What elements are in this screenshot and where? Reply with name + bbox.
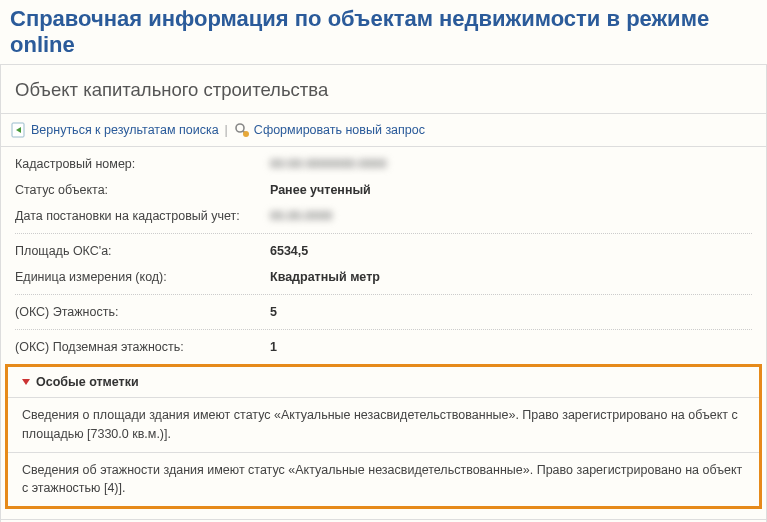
toolbar-top: Вернуться к результатам поиска | Сформир… xyxy=(1,114,766,147)
value-status: Ранее учтенный xyxy=(270,183,371,197)
new-query-label: Сформировать новый запрос xyxy=(254,123,425,137)
label-area: Площадь ОКС'а: xyxy=(15,244,270,258)
divider xyxy=(15,233,752,234)
label-regdate: Дата постановки на кадастровый учет: xyxy=(15,209,270,223)
svg-point-1 xyxy=(236,124,244,132)
page-title: Справочная информация по объектам недвиж… xyxy=(0,0,767,65)
label-floors: (ОКС) Этажность: xyxy=(15,305,270,319)
new-query-link[interactable]: Сформировать новый запрос xyxy=(234,122,425,138)
row-area: Площадь ОКС'а: 6534,5 xyxy=(1,238,766,264)
search-gear-icon xyxy=(234,122,250,138)
back-arrow-icon xyxy=(11,122,27,138)
object-subtitle: Объект капитального строительства xyxy=(1,65,766,114)
toolbar-separator: | xyxy=(223,123,230,137)
row-underground: (ОКС) Подземная этажность: 1 xyxy=(1,334,766,360)
value-floors: 5 xyxy=(270,305,277,319)
row-unit: Единица измерения (код): Квадратный метр xyxy=(1,264,766,290)
row-status: Статус объекта: Ранее учтенный xyxy=(1,177,766,203)
value-underground: 1 xyxy=(270,340,277,354)
row-cadastral: Кадастровый номер: 00:00:0000000:0000 xyxy=(1,151,766,177)
value-unit: Квадратный метр xyxy=(270,270,380,284)
divider xyxy=(15,294,752,295)
caret-down-icon xyxy=(22,379,30,385)
label-cadastral: Кадастровый номер: xyxy=(15,157,270,171)
special-remarks-box: Особые отметки Сведения о площади здания… xyxy=(5,364,762,509)
row-regdate: Дата постановки на кадастровый учет: 00.… xyxy=(1,203,766,229)
remark-item: Сведения об этажности здания имеют стату… xyxy=(8,452,759,507)
label-underground: (ОКС) Подземная этажность: xyxy=(15,340,270,354)
back-label: Вернуться к результатам поиска xyxy=(31,123,219,137)
remarks-header[interactable]: Особые отметки xyxy=(8,367,759,397)
value-regdate: 00.00.0000 xyxy=(270,209,333,223)
value-cadastral: 00:00:0000000:0000 xyxy=(270,157,387,171)
label-unit: Единица измерения (код): xyxy=(15,270,270,284)
divider xyxy=(15,329,752,330)
row-floors: (ОКС) Этажность: 5 xyxy=(1,299,766,325)
remarks-title: Особые отметки xyxy=(36,375,139,389)
back-to-results-link[interactable]: Вернуться к результатам поиска xyxy=(11,122,219,138)
svg-point-3 xyxy=(243,131,249,137)
value-area: 6534,5 xyxy=(270,244,308,258)
remark-item: Сведения о площади здания имеют статус «… xyxy=(8,397,759,452)
label-status: Статус объекта: xyxy=(15,183,270,197)
